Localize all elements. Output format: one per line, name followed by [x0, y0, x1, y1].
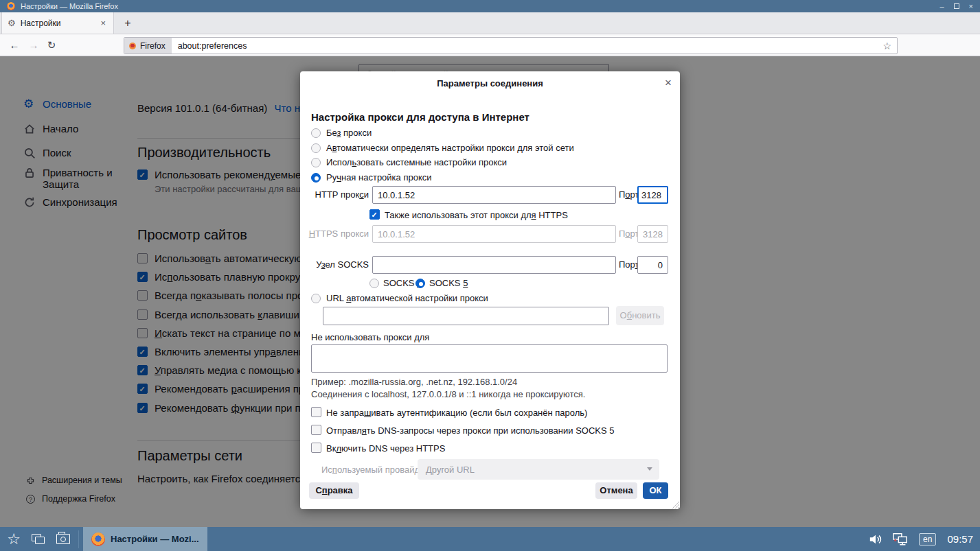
dns-over-https-label[interactable]: Включить DNS через HTTPS — [326, 443, 445, 454]
back-button[interactable]: ← — [5, 37, 23, 54]
url-text[interactable]: about:preferences — [178, 41, 883, 51]
clock: 09:57 — [947, 533, 973, 545]
radio-auto-detect[interactable] — [311, 143, 321, 153]
also-https-label[interactable]: Также использовать этот прокси для HTTPS — [385, 210, 568, 220]
radio-auto-config-url-label[interactable]: URL автоматической настройки прокси — [326, 293, 488, 303]
http-port-input[interactable]: 3128 — [637, 186, 668, 204]
folder-icon — [56, 534, 70, 544]
taskbar-firefox-task[interactable]: Настройки — Mozi... — [83, 527, 207, 551]
speaker-icon[interactable] — [868, 532, 883, 546]
no-auth-prompt-label[interactable]: Не запрашивать аутентификацию (если был … — [326, 408, 587, 418]
forward-button[interactable]: → — [25, 37, 43, 54]
https-port-input: 3128 — [637, 225, 668, 243]
radio-system-proxy-label[interactable]: Использовать системные настройки прокси — [326, 157, 507, 167]
dns-over-https-checkbox[interactable] — [311, 443, 321, 453]
radio-socks5-label[interactable]: SOCKS 5 — [429, 278, 468, 288]
window-title: Настройки — Mozilla Firefox — [21, 2, 939, 10]
bookmark-star-icon[interactable]: ☆ — [882, 40, 891, 51]
firefox-site-icon — [129, 43, 136, 49]
provider-label: Используемый провайдер — [321, 465, 430, 475]
radio-manual-proxy[interactable] — [311, 173, 321, 183]
keyboard-layout-indicator[interactable]: en — [919, 533, 936, 546]
file-manager-launcher[interactable] — [52, 530, 74, 549]
star-icon: ☆ — [7, 530, 21, 548]
minimize-button[interactable]: – — [939, 3, 944, 10]
ok-button[interactable]: ОК — [643, 482, 668, 499]
no-auth-prompt-checkbox[interactable] — [311, 407, 321, 417]
taskbar: ☆ Настройки — Mozi... en 09:57 — [0, 527, 980, 551]
windows-launcher[interactable] — [27, 530, 49, 549]
no-proxy-example: Пример: .mozilla-russia.org, .net.nz, 19… — [311, 377, 517, 387]
also-https-checkbox[interactable] — [369, 209, 380, 220]
tab-title: Настройки — [21, 19, 99, 28]
window-close-button[interactable]: × — [969, 3, 973, 10]
gear-icon: ⚙ — [8, 18, 16, 28]
cancel-button[interactable]: Отмена — [595, 482, 637, 499]
site-identity-chip[interactable]: Firefox — [124, 38, 172, 54]
radio-socks5[interactable] — [415, 279, 425, 288]
proxy-dns-socks5-label[interactable]: Отправлять DNS-запросы через прокси при … — [326, 425, 614, 436]
radio-auto-config-url[interactable] — [311, 294, 321, 303]
radio-system-proxy[interactable] — [311, 158, 321, 167]
radio-no-proxy-label[interactable]: Без прокси — [326, 128, 372, 138]
window-titlebar: Настройки — Mozilla Firefox – × — [0, 0, 980, 12]
no-proxy-textarea[interactable] — [311, 344, 668, 373]
resize-grip[interactable] — [672, 501, 679, 508]
help-button[interactable]: Справка — [309, 482, 359, 499]
http-port-label: Порт — [619, 189, 639, 200]
tab-bar: ⚙ Настройки × + — [0, 12, 980, 34]
provider-select: Другой URL — [418, 459, 659, 480]
https-proxy-label: HTTPS прокси — [300, 228, 369, 239]
tab-settings[interactable]: ⚙ Настройки × — [1, 12, 114, 34]
firefox-logo-icon — [91, 532, 105, 546]
socks-port-label: Порт — [619, 259, 639, 270]
socks-host-label: Узел SOCKS — [300, 259, 369, 270]
localhost-note: Соединения с localhost, 127.0.0.1/8 и ::… — [311, 389, 585, 399]
radio-no-proxy[interactable] — [311, 128, 321, 138]
maximize-button[interactable] — [954, 3, 959, 9]
proxy-dns-socks5-checkbox[interactable] — [311, 425, 321, 435]
favorites-launcher[interactable]: ☆ — [3, 530, 25, 549]
windows-icon — [32, 534, 45, 545]
https-port-label: Порт — [619, 228, 639, 239]
url-bar[interactable]: Firefox about:preferences ☆ — [124, 37, 898, 54]
proxy-section-header: Настройка прокси для доступа в Интернет — [311, 111, 529, 123]
firefox-logo-icon — [7, 2, 15, 10]
auto-config-url-input[interactable] — [323, 307, 609, 325]
connection-settings-dialog: Параметры соединения × Настройка прокси … — [300, 71, 680, 509]
no-proxy-label: Не использовать прокси для — [311, 332, 429, 342]
http-proxy-input[interactable]: 10.0.1.52 — [372, 186, 616, 204]
taskbar-separator — [78, 530, 79, 548]
radio-auto-detect-label[interactable]: Автоматически определять настройки прокс… — [326, 143, 574, 153]
https-proxy-input: 10.0.1.52 — [372, 225, 616, 243]
refresh-button[interactable]: Обновить — [616, 306, 664, 325]
radio-manual-proxy-label[interactable]: Ручная настройка прокси — [326, 172, 432, 183]
tab-close-button[interactable]: × — [98, 18, 108, 28]
dialog-close-button[interactable]: × — [665, 77, 672, 89]
reload-button[interactable]: ↻ — [43, 37, 60, 54]
network-icon[interactable] — [891, 532, 911, 547]
socks-port-input[interactable]: 0 — [637, 256, 668, 274]
new-tab-button[interactable]: + — [119, 15, 136, 32]
http-proxy-label: HTTP прокси — [300, 189, 369, 200]
chevron-down-icon — [647, 467, 652, 471]
desktop: Настройки — Mozilla Firefox – × ⚙ Настро… — [0, 0, 980, 551]
socks-host-input[interactable] — [372, 256, 616, 274]
radio-socks4[interactable] — [369, 279, 379, 288]
dialog-title: Параметры соединения — [300, 78, 680, 89]
